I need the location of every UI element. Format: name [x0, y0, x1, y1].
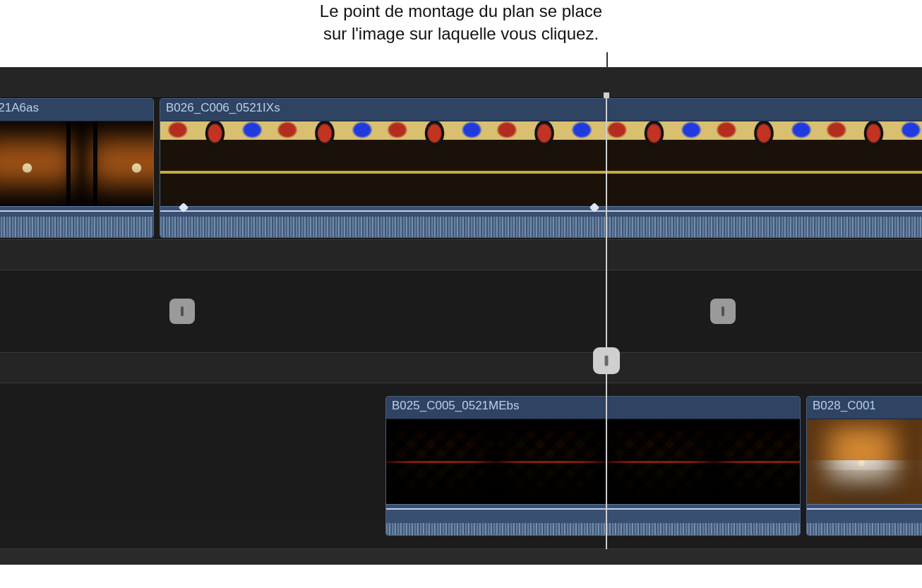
clip-thumbnail: [819, 121, 922, 206]
clip-audio-waveform[interactable]: [386, 504, 800, 536]
audio-wave: [160, 217, 922, 238]
clip-filmstrip[interactable]: [386, 419, 800, 504]
track-divider: [0, 239, 922, 270]
clip-thumbnail: [709, 121, 818, 206]
edit-point-marker[interactable]: [710, 299, 736, 324]
timeline-track-lower[interactable]: B025_C005_0521MEbs B028_C001: [0, 383, 922, 524]
clip-title: B025_C005_0521MEbs: [386, 397, 800, 419]
clip-title: B026_C006_0521IXs: [160, 99, 922, 121]
audio-level-line[interactable]: [0, 210, 153, 212]
clip-B028_C001[interactable]: B028_C001: [806, 396, 922, 536]
timeline-bottom-spacer: [0, 548, 922, 565]
playhead-edit-marker[interactable]: [593, 347, 620, 374]
clip-filmstrip[interactable]: [0, 121, 153, 206]
audio-wave: [386, 523, 800, 536]
audio-level-line[interactable]: [807, 508, 922, 510]
audio-level-line[interactable]: [386, 508, 800, 510]
clip-0521A6as[interactable]: _0521A6as: [0, 98, 154, 238]
clip-thumbnail: [82, 121, 154, 206]
clip-audio-waveform[interactable]: [807, 504, 922, 536]
audio-level-line[interactable]: [160, 210, 922, 212]
callout-line-2: sur l'image sur laquelle vous cliquez.: [323, 24, 599, 43]
timeline-top-spacer: [0, 67, 922, 98]
edit-point-marker[interactable]: [169, 299, 195, 324]
clip-thumbnail: [496, 419, 605, 504]
clip-thumbnail: [807, 419, 916, 504]
callout-line-1: Le point de montage du plan se place: [320, 1, 602, 20]
playhead[interactable]: [606, 97, 607, 549]
clip-audio-waveform[interactable]: [160, 206, 922, 238]
clip-thumbnail: [386, 419, 496, 504]
clip-thumbnail: [599, 121, 709, 206]
track-divider: [0, 352, 922, 383]
clip-thumbnail: [160, 121, 270, 206]
callout-annotation: Le point de montage du plan se place sur…: [0, 0, 922, 46]
audio-wave: [0, 217, 153, 238]
audio-wave: [807, 523, 922, 536]
clip-title: _0521A6as: [0, 99, 153, 121]
clip-thumbnail: [714, 419, 801, 504]
playhead-tip[interactable]: [604, 92, 609, 98]
clip-thumbnail: [270, 121, 379, 206]
clip-thumbnail: [605, 419, 714, 504]
clip-thumbnail: [380, 121, 489, 206]
clip-thumbnail: [0, 121, 82, 206]
clip-title: B028_C001: [807, 397, 922, 419]
timeline[interactable]: _0521A6as B026_C006_0521IXs: [0, 67, 922, 565]
clip-filmstrip[interactable]: [807, 419, 922, 504]
clip-audio-waveform[interactable]: [0, 206, 153, 238]
edit-marker-lane[interactable]: [0, 270, 922, 352]
clip-filmstrip[interactable]: [160, 121, 922, 206]
timeline-track-upper[interactable]: _0521A6as B026_C006_0521IXs: [0, 98, 922, 239]
clip-thumbnail: [489, 121, 599, 206]
clip-B026_C006_0521IXs[interactable]: B026_C006_0521IXs: [160, 98, 922, 238]
clip-B025_C005_0521MEbs[interactable]: B025_C005_0521MEbs: [385, 396, 801, 536]
clip-thumbnail: [916, 419, 922, 504]
